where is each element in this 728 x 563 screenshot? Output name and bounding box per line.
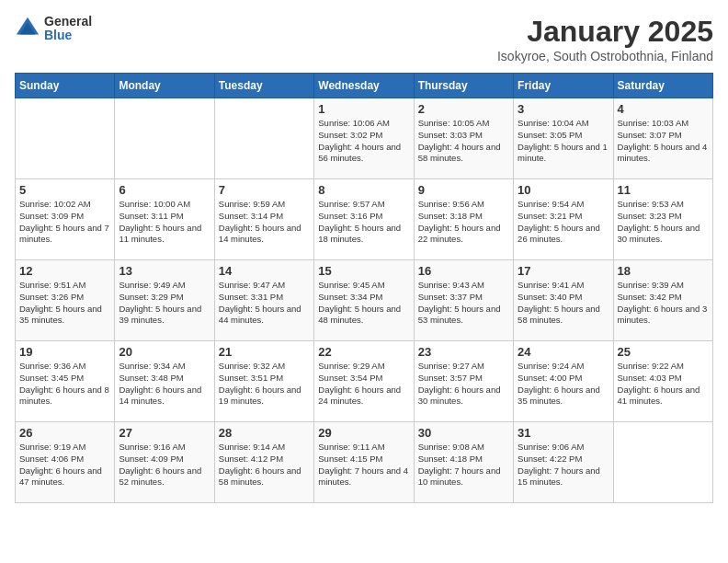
calendar-cell: 18Sunrise: 9:39 AM Sunset: 3:42 PM Dayli… xyxy=(613,260,712,341)
calendar-body: 1Sunrise: 10:06 AM Sunset: 3:02 PM Dayli… xyxy=(16,98,713,503)
day-number: 11 xyxy=(618,183,709,197)
calendar-cell xyxy=(115,98,214,179)
week-row-3: 12Sunrise: 9:51 AM Sunset: 3:26 PM Dayli… xyxy=(16,260,713,341)
day-info: Sunrise: 9:14 AM Sunset: 4:12 PM Dayligh… xyxy=(219,442,310,488)
day-number: 3 xyxy=(518,102,609,116)
day-number: 16 xyxy=(418,264,509,278)
day-number: 24 xyxy=(518,345,609,359)
calendar-cell: 19Sunrise: 9:36 AM Sunset: 3:45 PM Dayli… xyxy=(16,341,115,422)
logo-blue: Blue xyxy=(44,29,92,42)
day-number: 20 xyxy=(119,345,210,359)
day-info: Sunrise: 10:04 AM Sunset: 3:05 PM Daylig… xyxy=(518,118,609,165)
calendar-cell: 26Sunrise: 9:19 AM Sunset: 4:06 PM Dayli… xyxy=(16,422,115,503)
day-info: Sunrise: 9:29 AM Sunset: 3:54 PM Dayligh… xyxy=(318,361,409,408)
day-info: Sunrise: 9:57 AM Sunset: 3:16 PM Dayligh… xyxy=(318,199,409,246)
calendar-cell xyxy=(613,422,712,503)
week-row-5: 26Sunrise: 9:19 AM Sunset: 4:06 PM Dayli… xyxy=(16,422,713,503)
day-info: Sunrise: 10:05 AM Sunset: 3:03 PM Daylig… xyxy=(418,118,509,165)
calendar-cell: 4Sunrise: 10:03 AM Sunset: 3:07 PM Dayli… xyxy=(613,98,712,179)
page-header: General Blue January 2025 Isokyroe, Sout… xyxy=(15,15,713,63)
day-number: 19 xyxy=(19,345,110,359)
day-number: 22 xyxy=(318,345,409,359)
title-block: January 2025 Isokyroe, South Ostrobothni… xyxy=(497,15,713,63)
calendar-cell: 16Sunrise: 9:43 AM Sunset: 3:37 PM Dayli… xyxy=(414,260,513,341)
day-number: 10 xyxy=(518,183,609,197)
calendar-cell xyxy=(214,98,313,179)
calendar-cell: 21Sunrise: 9:32 AM Sunset: 3:51 PM Dayli… xyxy=(214,341,313,422)
day-info: Sunrise: 9:41 AM Sunset: 3:40 PM Dayligh… xyxy=(518,280,609,327)
day-number: 6 xyxy=(119,183,210,197)
calendar-cell: 27Sunrise: 9:16 AM Sunset: 4:09 PM Dayli… xyxy=(115,422,214,503)
day-number: 13 xyxy=(119,264,210,278)
day-number: 8 xyxy=(318,183,409,197)
day-info: Sunrise: 9:24 AM Sunset: 4:00 PM Dayligh… xyxy=(518,361,609,408)
calendar-cell: 2Sunrise: 10:05 AM Sunset: 3:03 PM Dayli… xyxy=(414,98,513,179)
day-number: 31 xyxy=(518,426,609,440)
calendar-cell: 7Sunrise: 9:59 AM Sunset: 3:14 PM Daylig… xyxy=(214,179,313,260)
day-number: 15 xyxy=(318,264,409,278)
logo-text: General Blue xyxy=(44,15,92,43)
calendar-cell: 11Sunrise: 9:53 AM Sunset: 3:23 PM Dayli… xyxy=(613,179,712,260)
day-info: Sunrise: 9:19 AM Sunset: 4:06 PM Dayligh… xyxy=(19,442,110,488)
calendar-cell: 14Sunrise: 9:47 AM Sunset: 3:31 PM Dayli… xyxy=(214,260,313,341)
calendar-cell: 5Sunrise: 10:02 AM Sunset: 3:09 PM Dayli… xyxy=(16,179,115,260)
week-row-2: 5Sunrise: 10:02 AM Sunset: 3:09 PM Dayli… xyxy=(16,179,713,260)
calendar-cell: 1Sunrise: 10:06 AM Sunset: 3:02 PM Dayli… xyxy=(314,98,414,179)
calendar-cell: 15Sunrise: 9:45 AM Sunset: 3:34 PM Dayli… xyxy=(314,260,414,341)
day-info: Sunrise: 9:06 AM Sunset: 4:22 PM Dayligh… xyxy=(518,442,609,488)
day-number: 29 xyxy=(318,426,409,440)
day-info: Sunrise: 9:45 AM Sunset: 3:34 PM Dayligh… xyxy=(318,280,409,327)
calendar-cell: 30Sunrise: 9:08 AM Sunset: 4:18 PM Dayli… xyxy=(414,422,513,503)
day-info: Sunrise: 9:27 AM Sunset: 3:57 PM Dayligh… xyxy=(418,361,509,408)
calendar-cell: 22Sunrise: 9:29 AM Sunset: 3:54 PM Dayli… xyxy=(314,341,414,422)
calendar-cell: 13Sunrise: 9:49 AM Sunset: 3:29 PM Dayli… xyxy=(115,260,214,341)
day-number: 26 xyxy=(19,426,110,440)
day-info: Sunrise: 9:34 AM Sunset: 3:48 PM Dayligh… xyxy=(119,361,210,408)
day-header-wednesday: Wednesday xyxy=(314,74,414,98)
day-info: Sunrise: 9:59 AM Sunset: 3:14 PM Dayligh… xyxy=(219,199,310,246)
logo-icon xyxy=(15,16,40,41)
calendar-title: January 2025 xyxy=(497,15,713,49)
week-row-4: 19Sunrise: 9:36 AM Sunset: 3:45 PM Dayli… xyxy=(16,341,713,422)
day-info: Sunrise: 9:11 AM Sunset: 4:15 PM Dayligh… xyxy=(318,442,409,488)
week-row-1: 1Sunrise: 10:06 AM Sunset: 3:02 PM Dayli… xyxy=(16,98,713,179)
calendar-subtitle: Isokyroe, South Ostrobothnia, Finland xyxy=(497,49,713,63)
day-number: 4 xyxy=(618,102,709,116)
calendar-cell: 8Sunrise: 9:57 AM Sunset: 3:16 PM Daylig… xyxy=(314,179,414,260)
day-info: Sunrise: 9:56 AM Sunset: 3:18 PM Dayligh… xyxy=(418,199,509,246)
day-number: 1 xyxy=(318,102,409,116)
day-info: Sunrise: 10:03 AM Sunset: 3:07 PM Daylig… xyxy=(618,118,709,165)
day-header-monday: Monday xyxy=(115,74,214,98)
day-info: Sunrise: 9:39 AM Sunset: 3:42 PM Dayligh… xyxy=(618,280,709,327)
calendar-cell: 3Sunrise: 10:04 AM Sunset: 3:05 PM Dayli… xyxy=(514,98,613,179)
day-header-tuesday: Tuesday xyxy=(214,74,313,98)
day-header-friday: Friday xyxy=(514,74,613,98)
day-number: 30 xyxy=(418,426,509,440)
calendar-cell: 20Sunrise: 9:34 AM Sunset: 3:48 PM Dayli… xyxy=(115,341,214,422)
calendar-cell: 24Sunrise: 9:24 AM Sunset: 4:00 PM Dayli… xyxy=(514,341,613,422)
calendar-cell: 23Sunrise: 9:27 AM Sunset: 3:57 PM Dayli… xyxy=(414,341,513,422)
logo: General Blue xyxy=(15,15,92,43)
day-info: Sunrise: 9:49 AM Sunset: 3:29 PM Dayligh… xyxy=(119,280,210,327)
day-number: 23 xyxy=(418,345,509,359)
day-number: 5 xyxy=(19,183,110,197)
logo-general: General xyxy=(44,15,92,29)
calendar-cell: 6Sunrise: 10:00 AM Sunset: 3:11 PM Dayli… xyxy=(115,179,214,260)
day-info: Sunrise: 9:54 AM Sunset: 3:21 PM Dayligh… xyxy=(518,199,609,246)
day-info: Sunrise: 9:47 AM Sunset: 3:31 PM Dayligh… xyxy=(219,280,310,327)
day-header-thursday: Thursday xyxy=(414,74,513,98)
day-number: 2 xyxy=(418,102,509,116)
day-header-saturday: Saturday xyxy=(613,74,712,98)
day-info: Sunrise: 10:00 AM Sunset: 3:11 PM Daylig… xyxy=(119,199,210,246)
day-number: 21 xyxy=(219,345,310,359)
day-info: Sunrise: 9:32 AM Sunset: 3:51 PM Dayligh… xyxy=(219,361,310,408)
day-info: Sunrise: 9:16 AM Sunset: 4:09 PM Dayligh… xyxy=(119,442,210,488)
calendar-cell: 10Sunrise: 9:54 AM Sunset: 3:21 PM Dayli… xyxy=(514,179,613,260)
day-number: 12 xyxy=(19,264,110,278)
day-number: 28 xyxy=(219,426,310,440)
day-info: Sunrise: 10:06 AM Sunset: 3:02 PM Daylig… xyxy=(318,118,409,165)
day-info: Sunrise: 9:22 AM Sunset: 4:03 PM Dayligh… xyxy=(618,361,709,408)
day-info: Sunrise: 9:43 AM Sunset: 3:37 PM Dayligh… xyxy=(418,280,509,327)
day-info: Sunrise: 9:51 AM Sunset: 3:26 PM Dayligh… xyxy=(19,280,110,327)
day-number: 7 xyxy=(219,183,310,197)
